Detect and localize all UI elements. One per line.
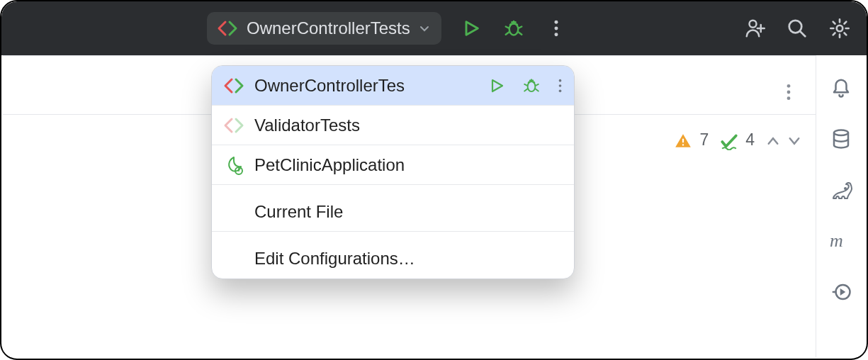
svg-point-15 <box>837 26 843 32</box>
run-configuration-selector[interactable]: OwnerControllerTests <box>207 12 441 45</box>
weak-warning-icon <box>720 130 738 150</box>
maven-button[interactable]: m <box>828 228 854 254</box>
run-config-item-label: OwnerControllerTes <box>254 76 478 96</box>
svg-rect-19 <box>682 139 684 142</box>
run-config-item-owner-controller-tests[interactable]: OwnerControllerTes <box>212 66 574 106</box>
svg-point-22 <box>845 188 846 189</box>
run-config-item-petclinic-application[interactable]: PetClinicApplication <box>212 145 574 185</box>
notifications-button[interactable] <box>828 75 854 101</box>
search-button[interactable] <box>784 16 810 41</box>
svg-point-16 <box>787 84 791 88</box>
problems-widget[interactable]: 7 4 <box>674 130 801 150</box>
prev-highlight-button[interactable] <box>766 130 780 150</box>
code-with-me-button[interactable] <box>742 16 767 41</box>
spring-boot-icon <box>223 154 244 176</box>
current-file-label: Current File <box>254 202 563 222</box>
svg-point-18 <box>787 96 791 100</box>
chevron-down-icon <box>419 23 430 34</box>
current-file-item[interactable]: Current File <box>212 185 574 232</box>
main-toolbar: OwnerControllerTests <box>1 1 867 55</box>
next-highlight-button[interactable] <box>787 130 801 150</box>
run-config-icon <box>223 75 244 96</box>
run-config-item-validator-tests[interactable]: ValidatorTests <box>212 106 574 145</box>
warning-count: 7 <box>699 130 709 150</box>
run-config-item-label: PetClinicApplication <box>254 155 563 175</box>
warning-icon <box>674 130 692 150</box>
svg-point-8 <box>554 27 558 30</box>
more-actions-button[interactable] <box>543 16 569 41</box>
run-button[interactable] <box>458 16 484 41</box>
debug-button[interactable] <box>501 16 526 41</box>
svg-point-9 <box>554 33 558 36</box>
editor-more-button[interactable] <box>776 79 801 105</box>
run-config-item-label: ValidatorTests <box>254 116 563 135</box>
services-button[interactable] <box>828 279 854 305</box>
svg-point-32 <box>559 79 562 81</box>
svg-point-10 <box>750 21 757 28</box>
gradle-button[interactable] <box>828 177 854 203</box>
right-tool-strip: m <box>816 55 865 357</box>
svg-line-28 <box>524 89 527 91</box>
row-debug-button[interactable] <box>522 77 541 95</box>
svg-line-27 <box>535 84 538 85</box>
svg-line-4 <box>518 32 522 35</box>
blank-icon <box>223 248 244 269</box>
edit-configurations-label: Edit Configurations… <box>254 249 563 269</box>
svg-text:m: m <box>830 231 843 251</box>
row-run-button[interactable] <box>488 77 505 94</box>
edit-configurations-item[interactable]: Edit Configurations… <box>212 232 574 279</box>
run-config-icon <box>217 18 238 39</box>
svg-point-21 <box>834 130 848 136</box>
svg-point-7 <box>554 21 558 24</box>
run-configuration-label: OwnerControllerTests <box>247 18 410 38</box>
svg-line-14 <box>800 31 805 36</box>
svg-line-26 <box>524 84 527 85</box>
svg-point-33 <box>559 84 562 87</box>
database-button[interactable] <box>828 126 854 152</box>
row-more-button[interactable] <box>558 78 563 94</box>
svg-point-34 <box>559 89 562 92</box>
run-configuration-popup: OwnerControllerTes <box>211 65 575 279</box>
run-config-icon <box>223 115 244 136</box>
settings-button[interactable] <box>827 16 852 41</box>
svg-point-17 <box>787 91 791 94</box>
weak-warning-count: 4 <box>745 130 755 150</box>
svg-line-29 <box>535 89 538 91</box>
svg-rect-20 <box>682 144 684 145</box>
blank-icon <box>223 201 244 223</box>
svg-line-3 <box>506 32 509 35</box>
